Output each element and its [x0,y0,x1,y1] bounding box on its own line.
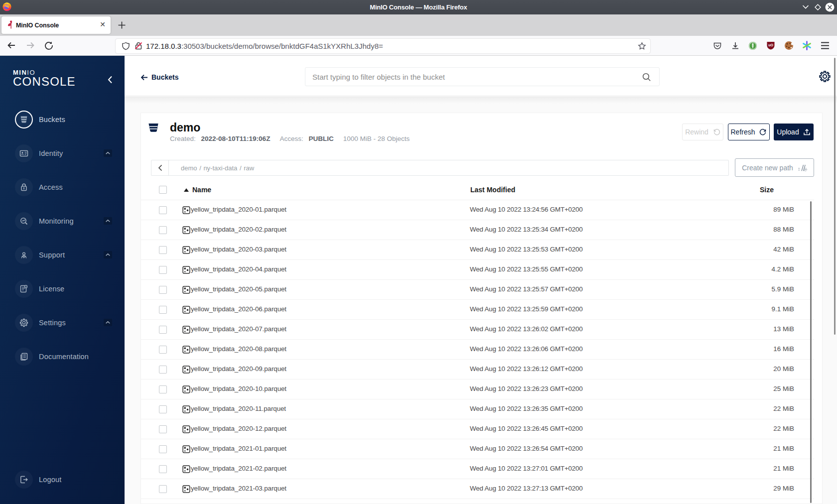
svg-text:uO: uO [768,43,773,47]
